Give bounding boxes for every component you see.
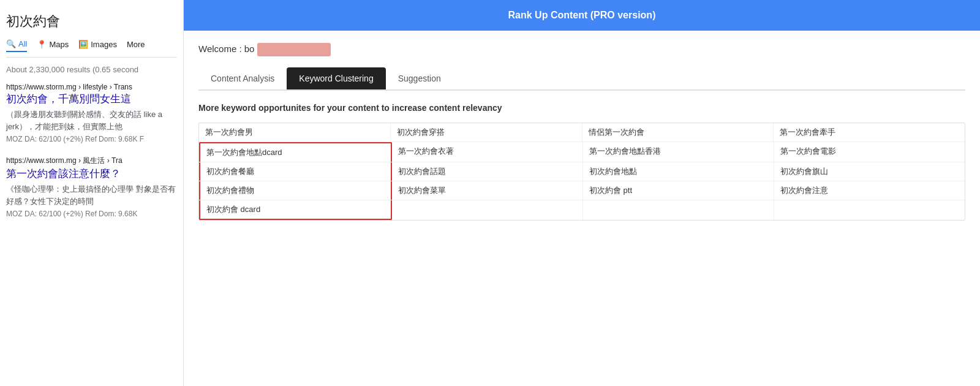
result-snippet-1: （跟身邊朋友聽到關於感情、交友的話 like a jerk），才能把到妹，但實際… [6,108,177,132]
kw-col-3-row-5 [583,200,774,220]
image-icon: 🖼️ [78,40,88,49]
tab-more[interactable]: More [127,40,145,51]
tab-images[interactable]: 🖼️ Images [78,40,117,51]
results-count: About 2,330,000 results (0.65 second [6,65,177,74]
extension-panel: Rank Up Content (PRO version) Welcome : … [184,0,980,386]
kw-col-3-row-2: 第一次約會地點香港 [583,142,774,162]
tabs-row: Content Analysis Keyword Clustering Sugg… [198,67,965,91]
kw-col-4-row-5 [774,200,965,220]
result-item-2: https://www.storm.mg › 風生活 › Tra 第一次約會該注… [6,156,177,218]
tab-content-analysis[interactable]: Content Analysis [198,67,287,89]
result-title-2[interactable]: 第一次約會該注意什麼？ [6,167,177,181]
result-url-2: https://www.storm.mg › 風生活 › Tra [6,156,177,166]
search-results-panel: 初次約會 🔍 All 📍 Maps 🖼️ Images More About 2… [0,0,184,386]
result-item-1: https://www.storm.mg › lifestyle › Trans… [6,83,177,143]
kw-col-4-row-4: 初次約會注意 [774,181,965,200]
kw-col-4-row-1: 第一次約會牽手 [774,123,965,142]
kw-col-3-row-3: 初次約會地點 [583,162,774,181]
kw-col-1-row-2: 第一次約會地點dcard [199,142,392,162]
result-meta-1: MOZ DA: 62/100 (+2%) Ref Dom: 9.68K F [6,135,177,143]
search-tabs: 🔍 All 📍 Maps 🖼️ Images More [6,39,177,58]
welcome-row: Welcome : bo [198,43,965,56]
keywords-row-5: 初次約會 dcard [199,200,965,220]
kw-col-2-row-1: 初次約會穿搭 [391,123,582,142]
username-blur [257,43,331,56]
kw-col-2-row-2: 第一次約會衣著 [392,142,583,162]
kw-col-1-row-4: 初次約會禮物 [199,181,392,200]
kw-col-2-row-3: 初次約會話題 [392,162,583,181]
keywords-row-2: 第一次約會地點dcard 第一次約會衣著 第一次約會地點香港 第一次約會電影 [199,142,965,162]
keywords-row-1: 第一次約會男 初次約會穿搭 情侶第一次約會 第一次約會牽手 [199,123,965,142]
kw-col-3-row-4: 初次約會 ptt [583,181,774,200]
extension-body: Welcome : bo Content Analysis Keyword Cl… [184,31,980,386]
kw-col-2-row-5 [392,200,583,220]
kw-col-4-row-2: 第一次約會電影 [774,142,965,162]
kw-col-3-row-1: 情侶第一次約會 [582,123,774,142]
keywords-row-3: 初次約會餐廳 初次約會話題 初次約會地點 初次約會旗山 [199,162,965,181]
result-meta-2: MOZ DA: 62/100 (+2%) Ref Dom: 9.68K [6,210,177,218]
result-snippet-2: 《怪咖心理學：史上最搞怪的心理學 對象是否有好感？女性下決定的時間 [6,183,177,207]
search-query: 初次約會 [6,12,177,31]
tab-keyword-clustering[interactable]: Keyword Clustering [287,67,385,89]
keywords-row-4: 初次約會禮物 初次約會菜單 初次約會 ptt 初次約會注意 [199,181,965,200]
search-icon: 🔍 [6,39,16,48]
welcome-text: Welcome : bo [198,43,331,56]
kw-col-4-row-3: 初次約會旗山 [774,162,965,181]
map-icon: 📍 [37,40,47,49]
kw-col-1-row-5: 初次約會 dcard [199,200,392,220]
kw-col-1-row-1: 第一次約會男 [199,123,391,142]
kw-col-1-row-3: 初次約會餐廳 [199,162,392,181]
result-title-1[interactable]: 初次約會，千萬別問女生這 [6,93,177,106]
tab-suggestion[interactable]: Suggestion [386,67,453,89]
tab-maps[interactable]: 📍 Maps [37,40,69,51]
result-url-1: https://www.storm.mg › lifestyle › Trans [6,83,177,91]
extension-header: Rank Up Content (PRO version) [184,0,980,31]
tab-all[interactable]: 🔍 All [6,39,27,52]
section-description: More keyword opportunites for your conte… [198,103,965,113]
kw-col-2-row-4: 初次約會菜單 [392,181,583,200]
keywords-table: 第一次約會男 初次約會穿搭 情侶第一次約會 第一次約會牽手 第一次約會地點dca… [198,123,965,221]
